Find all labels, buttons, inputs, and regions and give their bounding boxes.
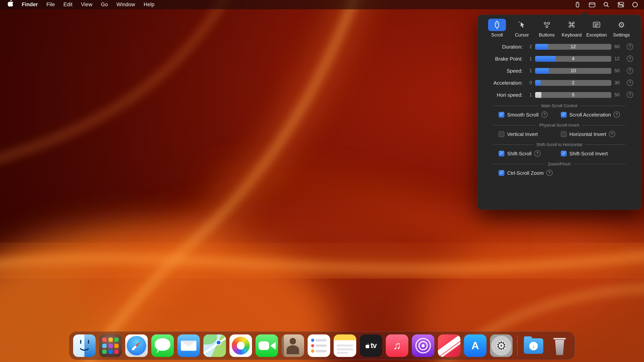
menu-bar: Finder File Edit View Go Window Help: [0, 0, 644, 9]
checkbox-box[interactable]: [561, 151, 566, 156]
duration-label: Duration:: [483, 44, 523, 49]
help-icon[interactable]: [627, 55, 633, 62]
checkbox-box[interactable]: [498, 112, 504, 118]
mos-mouse-icon[interactable]: [574, 1, 581, 8]
dock-facetime-icon[interactable]: [256, 335, 278, 357]
help-icon[interactable]: [609, 131, 615, 137]
checkbox-box[interactable]: [498, 131, 504, 137]
menu-help[interactable]: Help: [140, 0, 159, 9]
shift-scroll-invert-checkbox[interactable]: Shift-Scroll Invert: [561, 150, 608, 157]
ctrl-scroll-zoom-checkbox[interactable]: Ctrl-Scroll Zoom: [498, 170, 561, 176]
menu-file[interactable]: File: [42, 0, 59, 9]
dock-photos-icon[interactable]: [230, 335, 252, 357]
command-key-icon: ⌘: [563, 19, 580, 31]
dock-mail-icon[interactable]: [177, 335, 200, 357]
gear-icon: ⚙: [612, 19, 630, 31]
cursor-icon: [513, 19, 531, 31]
dock-system-preferences-icon[interactable]: ⚙: [490, 335, 512, 357]
apple-icon: [8, 0, 14, 9]
dock-finder-icon[interactable]: [73, 335, 96, 357]
shift-scroll-checkbox[interactable]: Shift-Scroll: [498, 150, 561, 157]
menu-go[interactable]: Go: [97, 0, 112, 9]
hori-speed-max: 50: [614, 92, 624, 98]
speed-slider[interactable]: 10: [535, 68, 611, 74]
duration-slider[interactable]: 12: [535, 44, 611, 49]
dock-app-store-icon[interactable]: A: [464, 335, 486, 357]
duration-max: 60: [614, 44, 624, 49]
tab-scroll[interactable]: Scroll: [486, 19, 508, 38]
dock-reminders-icon[interactable]: [308, 335, 330, 357]
buttons-icon: [538, 19, 556, 31]
mos-preferences-popover: Scroll Cursor Buttons ⌘ Keyboard: [478, 15, 641, 210]
dock-divider: [517, 336, 518, 356]
control-center-icon[interactable]: [617, 1, 624, 8]
menu-view[interactable]: View: [77, 0, 97, 9]
dock-news-icon[interactable]: [438, 335, 460, 357]
speed-min: 1: [526, 68, 532, 73]
checkbox-box[interactable]: [561, 131, 566, 137]
checkbox-box[interactable]: [498, 170, 504, 176]
dock-contacts-icon[interactable]: [282, 335, 304, 357]
tab-exception[interactable]: Exception: [585, 19, 608, 38]
help-icon[interactable]: [541, 112, 548, 118]
acceleration-min: 0: [526, 80, 532, 85]
smooth-scroll-checkbox[interactable]: Smooth Scroll: [498, 112, 561, 118]
hori-speed-value: 5: [535, 92, 611, 98]
section-physical-scroll-invert: Physical Scroll Invert: [493, 123, 625, 127]
speed-label: Speed:: [483, 68, 523, 74]
duration-min: 2: [526, 44, 532, 49]
window-icon[interactable]: [588, 1, 596, 8]
help-icon[interactable]: [627, 80, 633, 86]
acceleration-max: 30: [614, 80, 624, 85]
speed-max: 50: [614, 68, 624, 73]
scroll-acceleration-checkbox[interactable]: Scroll Acceleration: [561, 112, 620, 118]
vertical-invert-checkbox[interactable]: Vertical Invert: [498, 131, 561, 137]
apple-menu[interactable]: [5, 0, 18, 9]
slider-group: Duration: 2 12 60 Brake Point: 1 4 12: [478, 43, 641, 98]
tab-keyboard[interactable]: ⌘ Keyboard: [560, 19, 583, 38]
brake-point-slider[interactable]: 4: [535, 56, 611, 62]
help-icon[interactable]: [627, 43, 633, 50]
acceleration-row: Acceleration: 0 2 30: [483, 80, 636, 86]
menu-window[interactable]: Window: [112, 0, 140, 9]
tab-bar: Scroll Cursor Buttons ⌘ Keyboard: [478, 15, 641, 38]
circle-icon[interactable]: [632, 1, 638, 8]
section-shift-scroll: Shift-Scroll to Horizontal: [493, 142, 625, 147]
hori-speed-label: Hori speed:: [483, 92, 523, 98]
help-icon[interactable]: [627, 92, 633, 98]
dock-safari-icon[interactable]: [125, 335, 148, 357]
section-main-scroll-control: Main Scroll Control: [493, 103, 625, 108]
dock-messages-icon[interactable]: [151, 335, 174, 357]
dock-apple-tv-icon[interactable]: tv: [360, 335, 382, 357]
brake-point-value: 4: [535, 56, 611, 62]
duration-value: 12: [535, 44, 611, 49]
section-zoom-pinch: Zoom/Pinch: [493, 162, 625, 166]
dock-trash-icon[interactable]: [548, 335, 571, 357]
dock: tv ♫ A ⚙: [69, 331, 575, 360]
acceleration-slider[interactable]: 2: [535, 80, 611, 86]
help-icon[interactable]: [614, 112, 620, 118]
search-icon[interactable]: [603, 1, 610, 8]
dock-notes-icon[interactable]: [334, 335, 356, 357]
dock-launchpad-icon[interactable]: [99, 335, 122, 357]
checkbox-box[interactable]: [561, 112, 566, 118]
tab-cursor[interactable]: Cursor: [510, 19, 533, 38]
app-menu-finder[interactable]: Finder: [18, 0, 42, 9]
dock-downloads-icon[interactable]: [522, 335, 545, 357]
dock-maps-icon[interactable]: [204, 335, 226, 357]
checkbox-box[interactable]: [498, 151, 504, 156]
tab-buttons[interactable]: Buttons: [535, 19, 558, 38]
help-icon[interactable]: [546, 170, 552, 176]
scroll-mouse-icon: [488, 19, 506, 31]
dock-music-icon[interactable]: ♫: [386, 335, 408, 357]
help-icon[interactable]: [627, 68, 633, 74]
horizontal-invert-checkbox[interactable]: Horizontal Invert: [561, 131, 615, 137]
brake-point-max: 12: [614, 56, 624, 61]
menu-edit[interactable]: Edit: [59, 0, 77, 9]
dock-podcasts-icon[interactable]: [412, 335, 434, 357]
exception-list-icon: [588, 19, 606, 31]
hori-speed-slider[interactable]: 5: [535, 92, 611, 98]
hori-speed-min: 1: [526, 92, 532, 98]
tab-settings[interactable]: ⚙ Settings: [610, 19, 633, 38]
help-icon[interactable]: [534, 150, 540, 157]
